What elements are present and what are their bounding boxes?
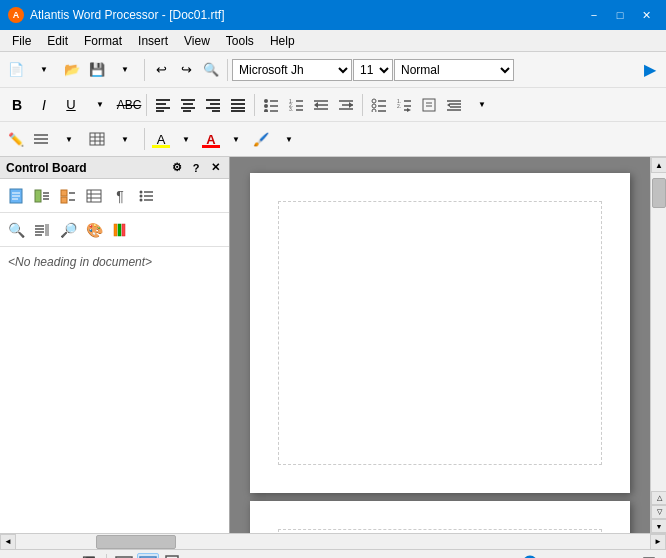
menu-bar: File Edit Format Insert View Tools Help (0, 30, 666, 52)
cb-search-btn[interactable]: 🔎 (56, 218, 80, 242)
save-button[interactable]: 💾 (85, 58, 109, 82)
hscroll-right-button[interactable]: ► (650, 534, 666, 550)
window-controls: − □ ✕ (582, 5, 658, 25)
scroll-page-up-button[interactable]: △ (651, 491, 666, 505)
menu-insert[interactable]: Insert (130, 32, 176, 50)
svg-point-81 (140, 194, 143, 197)
view-page-button[interactable] (161, 553, 183, 559)
cb-close-icon[interactable]: ✕ (207, 160, 223, 176)
hscroll-thumb[interactable] (96, 535, 176, 549)
indent-decrease-button[interactable] (309, 93, 333, 117)
menu-help[interactable]: Help (262, 32, 303, 50)
paint-brush-button[interactable]: 🖌️ (249, 127, 273, 151)
control-board-icons: ⚙ ? ✕ (169, 160, 223, 176)
highlight-color-button[interactable]: A (149, 127, 173, 151)
cb-palette-btn[interactable]: 🎨 (82, 218, 106, 242)
svg-point-16 (264, 99, 268, 103)
font-size-dropdown[interactable]: 11 (353, 59, 393, 81)
menu-view[interactable]: View (176, 32, 218, 50)
toolbar-scroll-right[interactable]: ▶ (638, 58, 662, 82)
open-button[interactable]: 📂 (60, 58, 84, 82)
table-dropdown[interactable]: ▼ (110, 127, 140, 151)
align-center-button[interactable] (176, 93, 200, 117)
new-button[interactable]: 📄 (4, 58, 28, 82)
menu-file[interactable]: File (4, 32, 39, 50)
strikethrough-button[interactable]: ABC (116, 93, 142, 117)
svg-point-37 (372, 104, 376, 108)
bullet-list-small-button[interactable] (29, 127, 53, 151)
scroll-up-button[interactable]: ▲ (651, 157, 666, 173)
underline-dropdown[interactable]: ▼ (85, 93, 115, 117)
pen-tool-button[interactable]: ✏️ (4, 127, 28, 151)
close-button[interactable]: ✕ (634, 5, 658, 25)
svg-rect-68 (35, 190, 41, 202)
nav-prev-button[interactable]: ◀ (6, 553, 28, 559)
cb-view-style-btn[interactable] (56, 184, 80, 208)
maximize-button[interactable]: □ (608, 5, 632, 25)
cb-bookmark-btn[interactable] (108, 218, 132, 242)
para-list-btn-2[interactable]: 1. 2. (392, 93, 416, 117)
find-button[interactable]: 🔍 (199, 58, 223, 82)
cb-view-page-btn[interactable] (4, 184, 28, 208)
nav-stop-button[interactable]: ✕ (54, 553, 76, 559)
list-unordered-button[interactable] (259, 93, 283, 117)
nav-bookmark-button[interactable]: ⬛ (78, 553, 100, 559)
redo-button[interactable]: ↪ (174, 58, 198, 82)
menu-tools[interactable]: Tools (218, 32, 262, 50)
font-color-dropdown[interactable]: ▼ (224, 127, 248, 151)
scroll-thumb[interactable] (652, 178, 666, 208)
save-dropdown[interactable]: ▼ (110, 58, 140, 82)
highlight-dropdown[interactable]: ▼ (174, 127, 198, 151)
cb-bullets-btn[interactable] (134, 184, 158, 208)
hscroll-left-button[interactable]: ◄ (0, 534, 16, 550)
cb-settings-icon[interactable]: ⚙ (169, 160, 185, 176)
document-page-2[interactable] (250, 501, 630, 533)
font-color-button[interactable]: A (199, 127, 223, 151)
align-right-button[interactable] (201, 93, 225, 117)
style-dropdown[interactable]: Normal (394, 59, 514, 81)
font-name-dropdown[interactable]: Microsoft Jh (232, 59, 352, 81)
undo-button[interactable]: ↩ (149, 58, 173, 82)
zoom-out-button[interactable]: − (471, 553, 493, 559)
document-page-1[interactable] (250, 173, 630, 493)
zoom-fit-button[interactable] (638, 553, 660, 559)
align-left-button[interactable] (151, 93, 175, 117)
menu-format[interactable]: Format (76, 32, 130, 50)
zoom-slider[interactable] (495, 555, 575, 559)
menu-edit[interactable]: Edit (39, 32, 76, 50)
table-button[interactable] (85, 127, 109, 151)
svg-text:2.: 2. (397, 103, 401, 109)
minimize-button[interactable]: − (582, 5, 606, 25)
cb-view-outline-btn[interactable] (30, 184, 54, 208)
scroll-page-down-button[interactable]: ▽ (651, 505, 666, 519)
view-normal-button[interactable] (113, 553, 135, 559)
para-btn-4[interactable] (442, 93, 466, 117)
indent-increase-icon (338, 98, 354, 112)
indent-increase-button[interactable] (334, 93, 358, 117)
zoom-in-button[interactable]: + (577, 553, 599, 559)
bold-button[interactable]: B (4, 93, 30, 117)
nav-next-button[interactable]: ▶ (30, 553, 52, 559)
list-dropdown[interactable]: ▼ (467, 93, 497, 117)
svg-point-80 (140, 190, 143, 193)
cb-para-view-btn[interactable] (30, 218, 54, 242)
align-right-icon (205, 98, 221, 112)
document-container[interactable] (230, 157, 666, 533)
paint-dropdown[interactable]: ▼ (274, 127, 304, 151)
cb-pilcrow-btn[interactable]: ¶ (108, 184, 132, 208)
para-list-btn-1[interactable] (367, 93, 391, 117)
view-outline-button[interactable] (137, 553, 159, 559)
cb-list-btn[interactable] (82, 184, 106, 208)
underline-button[interactable]: U (58, 93, 84, 117)
cb-zoom-btn[interactable]: 🔍 (4, 218, 28, 242)
cb-help-icon[interactable]: ? (188, 160, 204, 176)
list-ordered-button[interactable]: 1. 2. 3. (284, 93, 308, 117)
italic-button[interactable]: I (31, 93, 57, 117)
app-icon: A (8, 7, 24, 23)
new-dropdown[interactable]: ▼ (29, 58, 59, 82)
para-dropdown2[interactable]: ▼ (54, 127, 84, 151)
justify-button[interactable] (226, 93, 250, 117)
scroll-down-button[interactable]: ▼ (651, 519, 666, 533)
cb-view-outline-icon (34, 188, 50, 204)
para-btn-3[interactable] (417, 93, 441, 117)
